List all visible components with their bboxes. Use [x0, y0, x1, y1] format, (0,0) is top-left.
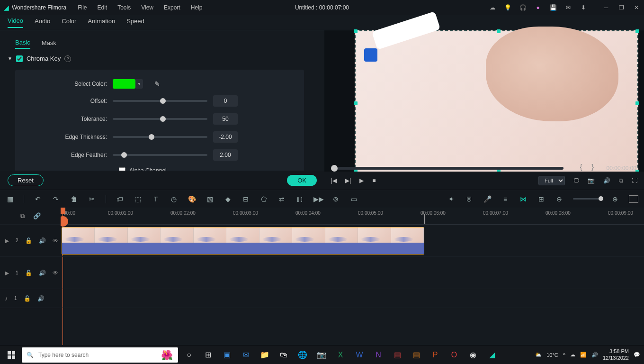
mixer-icon[interactable]: ⫿⫿ [295, 195, 304, 203]
record-icon[interactable]: ⊚ [331, 195, 340, 203]
visibility-icon[interactable]: 👁 [53, 270, 58, 276]
lock-icon[interactable]: 🔓 [24, 295, 31, 302]
taskbar-app-powerpoint[interactable]: P [427, 347, 443, 363]
color-swatch[interactable] [113, 79, 135, 89]
ok-button[interactable]: OK [287, 175, 317, 186]
step-back-icon[interactable]: ▶| [345, 177, 351, 184]
chroma-key-header[interactable]: ▼ Chroma Key ? [8, 55, 317, 62]
display-icon[interactable]: 🖵 [573, 177, 579, 184]
resize-handle[interactable] [354, 101, 358, 105]
start-button[interactable] [4, 347, 19, 363]
taskbar-app-store[interactable]: 🛍 [276, 347, 292, 363]
link-icon[interactable]: 🔗 [33, 212, 41, 219]
visibility-icon[interactable]: 👁 [53, 237, 58, 244]
zoom-slider[interactable] [573, 198, 601, 200]
subtab-mask[interactable]: Mask [42, 39, 56, 48]
offset-slider[interactable] [113, 100, 207, 102]
taskbar-app-pdf[interactable]: ▤ [389, 347, 405, 363]
marker-add-icon[interactable]: ⊞ [537, 195, 546, 203]
menu-view[interactable]: View [141, 4, 153, 11]
close-icon[interactable]: ✕ [633, 4, 640, 11]
volume-icon[interactable]: 🔊 [603, 177, 610, 184]
redo-icon[interactable]: ↷ [52, 195, 60, 203]
mic-icon[interactable]: 🎤 [483, 195, 492, 203]
shield-icon[interactable]: ⛨ [465, 195, 474, 203]
resize-handle[interactable] [497, 29, 501, 33]
prev-frame-icon[interactable]: |◀ [331, 177, 337, 184]
tab-audio[interactable]: Audio [35, 18, 50, 27]
taskbar-app-onenote[interactable]: N [370, 347, 386, 363]
zoom-fit-icon[interactable] [629, 195, 638, 203]
scrubber-knob[interactable] [331, 165, 338, 172]
quality-select[interactable]: Full [538, 176, 565, 185]
detach-icon[interactable]: ⊟ [242, 195, 250, 203]
video-clip[interactable]: ▶My Video 13 [62, 227, 424, 255]
text-icon[interactable]: T [152, 195, 160, 203]
subtab-basic[interactable]: Basic [15, 39, 30, 49]
reset-button[interactable]: Reset [8, 174, 44, 186]
mute-icon[interactable]: 🔊 [39, 270, 46, 276]
tray-notifications-icon[interactable]: 💬 [634, 352, 640, 358]
track-menu-icon[interactable]: ⧉ [20, 212, 25, 220]
taskbar-app-instagram[interactable]: 📷 [313, 347, 330, 363]
clip-marker-icon[interactable] [61, 216, 68, 227]
video-track-1[interactable] [61, 257, 644, 289]
color-icon[interactable]: 🎨 [188, 195, 196, 203]
play-icon[interactable]: ▶ [359, 177, 364, 184]
audio-track-1[interactable] [61, 289, 644, 308]
tray-expand-icon[interactable]: ^ [563, 352, 565, 358]
taskbar-search[interactable]: 🔍 Type here to search 🌺 [22, 347, 178, 363]
edge-thickness-value[interactable]: -2.00 [213, 131, 238, 143]
taskbar-app-impress[interactable]: ▤ [408, 347, 424, 363]
menu-tools[interactable]: Tools [117, 4, 131, 11]
taskbar-app-trello[interactable]: ▣ [219, 347, 235, 363]
menu-file[interactable]: File [78, 4, 87, 11]
marker-tool-icon[interactable]: ✦ [447, 195, 456, 203]
profile-icon[interactable]: ● [534, 4, 542, 11]
taskbar-app-word[interactable]: W [351, 347, 367, 363]
color-dropdown-icon[interactable]: ▼ [135, 79, 143, 89]
tag-icon[interactable]: 🏷 [116, 195, 124, 203]
preview-scrubber[interactable] [331, 167, 564, 170]
mail-icon[interactable]: ✉ [564, 4, 572, 11]
weather-icon[interactable]: ⛅ [535, 352, 542, 358]
chroma-key-checkbox[interactable] [16, 55, 23, 62]
magnet-icon[interactable]: ⋈ [519, 195, 528, 203]
cortana-icon[interactable]: ○ [181, 347, 197, 363]
taskview-icon[interactable]: ⊞ [200, 347, 216, 363]
tolerance-slider[interactable] [113, 118, 207, 120]
mark-in-icon[interactable]: { [580, 163, 582, 171]
resize-handle[interactable] [635, 29, 639, 33]
tolerance-value[interactable]: 50 [213, 113, 238, 125]
taskbar-app-filmora[interactable]: ◢ [484, 347, 500, 363]
preview-canvas[interactable] [355, 30, 638, 173]
tab-video[interactable]: Video [8, 17, 23, 28]
menu-export[interactable]: Export [164, 4, 180, 11]
greenscreen-icon[interactable]: ▧ [206, 195, 214, 203]
lock-icon[interactable]: 🔓 [25, 270, 32, 276]
help-icon[interactable]: ? [64, 55, 71, 62]
edge-feather-value[interactable]: 2.00 [213, 149, 238, 161]
cloud-icon[interactable]: ☁ [489, 4, 496, 11]
end-marker[interactable] [424, 214, 425, 224]
timeline-tracks[interactable]: 00:00 00:00:01:00 00:00:02:00 00:00:03:0… [61, 208, 644, 346]
resize-handle[interactable] [354, 29, 358, 33]
lock-icon[interactable]: 🔓 [25, 237, 32, 244]
crop-icon[interactable]: ⬚ [134, 195, 142, 203]
video-track-2[interactable]: ▶My Video 13 [61, 225, 644, 257]
resize-handle[interactable] [635, 101, 639, 105]
eyedropper-icon[interactable]: ✎ [154, 80, 160, 88]
taskbar-app-mail[interactable]: ✉ [238, 347, 254, 363]
taskbar-app-explorer[interactable]: 📁 [257, 347, 273, 363]
tab-color[interactable]: Color [62, 18, 76, 27]
track-header-audio1[interactable]: ♪ 1 🔓 🔊 [0, 289, 61, 308]
mute-icon[interactable]: 🔊 [37, 295, 45, 302]
keyframe-icon[interactable]: ◆ [224, 195, 232, 203]
weather-temp[interactable]: 10°C [546, 352, 558, 358]
headphones-icon[interactable]: 🎧 [519, 4, 527, 11]
edge-feather-slider[interactable] [113, 154, 207, 156]
stop-icon[interactable]: ■ [372, 177, 376, 184]
track-header-video2[interactable]: ▶ 2 🔓 🔊 👁 [0, 225, 61, 257]
fullscreen-icon[interactable]: ⛶ [632, 177, 637, 184]
mute-icon[interactable]: 🔊 [39, 237, 46, 244]
